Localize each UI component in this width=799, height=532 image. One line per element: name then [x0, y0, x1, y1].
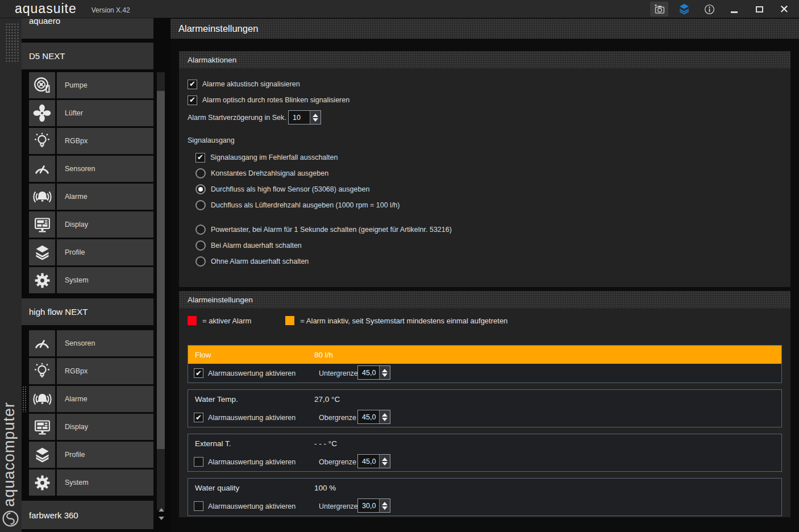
limit-value[interactable]: 45,0: [358, 410, 379, 423]
scroll-up-icon[interactable]: [159, 508, 164, 512]
radio-constant-speed-signal[interactable]: [195, 168, 206, 178]
spinner-arrows[interactable]: [310, 111, 321, 124]
spin-up-icon[interactable]: [382, 369, 388, 372]
sidebar-group-d5next[interactable]: D5 NEXT: [22, 43, 153, 69]
delay-value[interactable]: 10: [289, 111, 310, 124]
gear-icon[interactable]: [29, 469, 55, 496]
gear-icon[interactable]: [29, 267, 55, 293]
spinner-arrows[interactable]: [379, 410, 390, 423]
inactive-alarm-swatch: [285, 316, 294, 325]
spin-down-icon[interactable]: [382, 462, 388, 466]
bell-icon[interactable]: [29, 184, 55, 210]
spin-up-icon[interactable]: [313, 114, 318, 117]
checkbox-optical-alarm[interactable]: ✔: [188, 95, 197, 105]
gauge-icon[interactable]: [29, 156, 55, 182]
sidebar-group-highflow[interactable]: high flow NEXT: [22, 298, 153, 325]
spin-down-icon[interactable]: [382, 506, 388, 510]
sidebar-item-label[interactable]: Display: [57, 414, 153, 440]
left-rail: aquacomputer: [0, 18, 22, 532]
layers-icon[interactable]: [29, 239, 55, 265]
bulb-icon[interactable]: [29, 358, 55, 384]
sidebar-item-label[interactable]: RGBpx: [57, 358, 153, 384]
sidebar-item-label[interactable]: Lüfter: [57, 100, 153, 126]
sidebar-item-label[interactable]: Pumpe: [57, 72, 153, 98]
radio-switch-without-alarm[interactable]: [195, 256, 206, 267]
layers-icon[interactable]: [29, 442, 55, 468]
screenshot-camera-icon[interactable]: [650, 2, 668, 16]
fan-icon[interactable]: [29, 100, 55, 126]
sidebar-item-hf-sensoren[interactable]: Sensoren: [29, 330, 170, 356]
maximize-button[interactable]: [750, 2, 768, 16]
overlay-layers-icon[interactable]: [675, 2, 693, 16]
limit-value[interactable]: 45,0: [358, 366, 379, 379]
limit-spinner[interactable]: 45,0: [357, 365, 390, 380]
close-button[interactable]: ✕: [775, 2, 793, 16]
sidebar-item-label[interactable]: System: [57, 469, 153, 496]
sidebar-item-label[interactable]: Display: [57, 211, 153, 238]
radio-power-button-1s[interactable]: [195, 225, 206, 235]
gauge-icon[interactable]: [29, 330, 55, 356]
delay-spinner[interactable]: 10: [288, 110, 321, 124]
sidebar-item-label[interactable]: Profile: [57, 442, 153, 468]
limit-value[interactable]: 45,0: [358, 455, 379, 468]
active-alarm-swatch: [188, 316, 197, 325]
radio-switch-on-alarm[interactable]: [195, 240, 206, 251]
sidebar-item-hf-alarme[interactable]: Alarme: [29, 386, 170, 412]
sidebar-item-hf-profile[interactable]: Profile: [29, 442, 170, 468]
limit-value[interactable]: 30,0: [358, 499, 379, 512]
spinner-arrows[interactable]: [379, 366, 390, 379]
spin-up-icon[interactable]: [382, 413, 388, 417]
minimize-button[interactable]: [725, 2, 743, 16]
sidebar-group-farbwerk360[interactable]: farbwerk 360: [22, 501, 153, 529]
spinner-arrows[interactable]: [379, 455, 390, 468]
sidebar-item-d5-alarme[interactable]: Alarme: [29, 184, 170, 210]
radio-fan-speed-output[interactable]: [195, 200, 206, 210]
sensor-row-header: Water Temp. 27,0 °C: [188, 390, 781, 408]
limit-spinner[interactable]: 30,0: [357, 498, 390, 513]
sidebar-group-aquaero[interactable]: aquaero: [22, 18, 153, 39]
sidebar-item-d5-pumpe[interactable]: Pumpe: [29, 72, 170, 98]
sidebar-item-label[interactable]: Alarme: [57, 386, 153, 412]
limit-spinner[interactable]: 45,0: [357, 454, 390, 468]
sidebar-scrollbar-thumb[interactable]: [157, 91, 165, 449]
sidebar-item-label[interactable]: Sensoren: [57, 156, 153, 182]
sidebar-item-d5-profile[interactable]: Profile: [29, 239, 170, 265]
spin-down-icon[interactable]: [313, 118, 318, 122]
checkbox-signal-off-on-error[interactable]: ✔: [195, 153, 205, 163]
sidebar-item-hf-display[interactable]: Display: [29, 414, 170, 440]
sidebar-item-hf-system[interactable]: System: [29, 469, 170, 496]
monitor-icon[interactable]: [29, 211, 55, 238]
checkbox-alarm-evaluation[interactable]: ✔: [194, 413, 203, 422]
checkbox-alarm-evaluation[interactable]: ✔: [194, 368, 203, 378]
spin-down-icon[interactable]: [382, 373, 388, 377]
sidebar-item-label[interactable]: RGBpx: [57, 128, 153, 154]
scroll-down-icon[interactable]: [159, 517, 164, 520]
spinner-arrows[interactable]: [379, 499, 390, 512]
sidebar-item-d5-system[interactable]: System: [29, 267, 170, 293]
bulb-icon[interactable]: [29, 128, 55, 154]
spin-up-icon[interactable]: [382, 458, 388, 461]
spin-down-icon[interactable]: [382, 418, 388, 421]
sidebar-item-d5-luefter[interactable]: Lüfter: [29, 100, 170, 126]
sidebar-item-label[interactable]: Alarme: [57, 184, 153, 210]
checkbox-alarm-evaluation[interactable]: ✔: [194, 457, 203, 467]
sidebar-item-d5-sensoren[interactable]: Sensoren: [29, 156, 170, 182]
checkbox-acoustic-alarm[interactable]: ✔: [188, 80, 197, 89]
sidebar-item-label[interactable]: Profile: [57, 239, 153, 265]
radio-label: Bei Alarm dauerhaft schalten: [211, 242, 302, 250]
sidebar-item-label[interactable]: System: [57, 267, 153, 293]
spin-up-icon[interactable]: [382, 502, 388, 505]
sidebar-item-d5-rgbpx[interactable]: RGBpx: [29, 128, 170, 154]
bell-icon[interactable]: [29, 386, 55, 412]
radio-highflow-sensor-output[interactable]: [195, 184, 206, 194]
sidebar-item-label[interactable]: Sensoren: [57, 330, 153, 356]
alarm-legend: = aktiver Alarm = Alarm inaktiv, seit Sy…: [188, 316, 507, 325]
sidebar-item-hf-rgbpx[interactable]: RGBpx: [29, 358, 170, 384]
limit-spinner[interactable]: 45,0: [357, 410, 390, 424]
info-icon[interactable]: [700, 2, 718, 16]
sensor-row-water-temp: Water Temp. 27,0 °C ✔ Alarmauswertung ak…: [188, 389, 782, 427]
sidebar-item-d5-display[interactable]: Display: [29, 211, 170, 238]
checkbox-alarm-evaluation[interactable]: ✔: [194, 501, 203, 511]
monitor-icon[interactable]: [29, 414, 55, 440]
pump-icon[interactable]: [29, 72, 55, 98]
